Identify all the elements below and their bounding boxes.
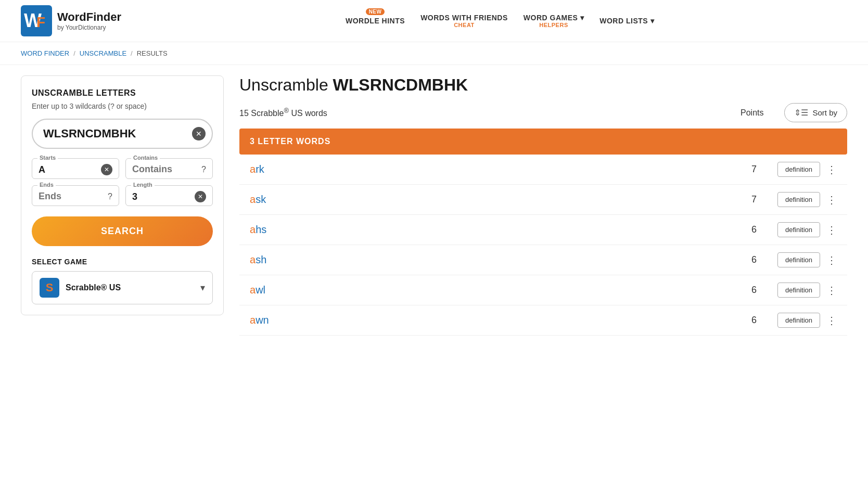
- word-cell: ash: [250, 254, 705, 266]
- search-button[interactable]: SEARCH: [32, 216, 213, 246]
- definition-button[interactable]: definition: [777, 252, 820, 267]
- table-row: ahs 6 definition ⋮: [239, 215, 847, 245]
- nav-words-with-friends[interactable]: WORDS WITH FRIENDS CHEAT: [420, 14, 508, 28]
- word-cell: ahs: [250, 224, 705, 236]
- length-field: Length ✕: [125, 185, 213, 206]
- sidebar-title: UNSCRAMBLE LETTERS: [32, 88, 213, 98]
- word-cell: ask: [250, 194, 705, 206]
- game-icon-letter: S: [46, 281, 54, 294]
- nav-wwf-label: WORDS WITH FRIENDS: [420, 14, 508, 22]
- word-rest: sh: [256, 254, 266, 265]
- word-cell: awn: [250, 314, 705, 326]
- results-title: Unscramble WLSRNCDMBHK: [239, 75, 847, 95]
- table-row: awn 6 definition ⋮: [239, 305, 847, 336]
- breadcrumb-unscramble[interactable]: UNSCRAMBLE: [80, 49, 126, 57]
- filter-row-1: Starts ✕ Contains ?: [32, 158, 213, 179]
- ends-label: Ends: [37, 182, 56, 188]
- letters-input[interactable]: [32, 119, 213, 149]
- chevron-down-icon: ▾: [200, 282, 205, 293]
- table-row: awl 6 definition ⋮: [239, 275, 847, 305]
- points-header: Points: [711, 108, 763, 118]
- sidebar-subtitle: Enter up to 3 wildcards (? or space): [32, 102, 213, 110]
- results-count: 15 Scrabble® US words: [239, 107, 711, 118]
- svg-text:F: F: [36, 14, 45, 30]
- main-layout: UNSCRAMBLE LETTERS Enter up to 3 wildcar…: [0, 65, 868, 346]
- more-options-button[interactable]: ⋮: [826, 163, 837, 176]
- results-letters: WLSRNCDMBHK: [333, 75, 468, 94]
- definition-button[interactable]: definition: [777, 222, 820, 237]
- definition-button[interactable]: definition: [777, 162, 820, 177]
- table-row: ash 6 definition ⋮: [239, 245, 847, 275]
- logo-icon: W F: [21, 5, 52, 36]
- more-options-button[interactable]: ⋮: [826, 224, 837, 236]
- new-badge: NEW: [366, 8, 385, 15]
- word-rest: sk: [256, 194, 266, 205]
- results-area: Unscramble WLSRNCDMBHK 15 Scrabble® US w…: [239, 75, 847, 336]
- site-header: W F WordFinder by YourDictionary NEW WOR…: [0, 0, 868, 42]
- word-first-letter: a: [250, 224, 256, 235]
- letters-input-wrap: ✕: [32, 119, 213, 149]
- word-rest: rk: [256, 163, 264, 175]
- points-cell: 7: [705, 164, 757, 175]
- ends-input[interactable]: [39, 191, 98, 202]
- logo-link[interactable]: W F WordFinder by YourDictionary: [21, 5, 121, 36]
- more-options-button[interactable]: ⋮: [826, 194, 837, 206]
- nav-word-games-label: WORD GAMES ▾: [524, 14, 584, 22]
- word-cell: awl: [250, 284, 705, 296]
- word-first-letter: a: [250, 194, 256, 205]
- breadcrumb: WORD FINDER / UNSCRAMBLE / RESULTS: [0, 42, 868, 65]
- sidebar: UNSCRAMBLE LETTERS Enter up to 3 wildcar…: [21, 75, 224, 315]
- sort-icon: ⇕☰: [794, 108, 808, 118]
- nav-word-lists[interactable]: WORD LISTS ▾: [599, 17, 654, 25]
- length-label: Length: [131, 182, 155, 188]
- definition-button[interactable]: definition: [777, 283, 820, 298]
- word-rest: wl: [256, 284, 265, 296]
- starts-clear-button[interactable]: ✕: [101, 164, 112, 175]
- length-clear-button[interactable]: ✕: [195, 191, 206, 202]
- logo-sub-text: by YourDictionary: [57, 24, 121, 31]
- starts-field: Starts ✕: [32, 158, 119, 179]
- table-row: ask 7 definition ⋮: [239, 185, 847, 215]
- nav-wwf-sub: CHEAT: [454, 22, 475, 28]
- nav-wordle-hints[interactable]: NEW WORDLE HINTS: [346, 17, 405, 25]
- length-input[interactable]: [132, 191, 192, 202]
- breadcrumb-sep-1: /: [73, 49, 75, 57]
- contains-help-button[interactable]: ?: [201, 165, 206, 174]
- game-label: Scrabble® US: [66, 283, 194, 292]
- contains-input[interactable]: [132, 164, 192, 175]
- word-list: ark 7 definition ⋮ ask 7 definition ⋮ ah…: [239, 155, 847, 336]
- more-options-button[interactable]: ⋮: [826, 314, 837, 327]
- filter-row-2: Ends ? Length ✕: [32, 185, 213, 206]
- results-meta: 15 Scrabble® US words Points ⇕☰ Sort by: [239, 103, 847, 122]
- word-first-letter: a: [250, 254, 256, 265]
- main-nav: NEW WORDLE HINTS WORDS WITH FRIENDS CHEA…: [152, 14, 847, 28]
- select-game-title: SELECT GAME: [32, 258, 213, 266]
- nav-word-games-sub: HELPERS: [539, 22, 568, 28]
- definition-button[interactable]: definition: [777, 192, 820, 207]
- word-first-letter: a: [250, 284, 256, 296]
- word-cell: ark: [250, 163, 705, 175]
- nav-wordle-hints-label: WORDLE HINTS: [346, 17, 405, 25]
- nav-word-games[interactable]: WORD GAMES ▾ HELPERS: [524, 14, 584, 28]
- definition-button[interactable]: definition: [777, 313, 820, 328]
- breadcrumb-word-finder[interactable]: WORD FINDER: [21, 49, 69, 57]
- sort-label: Sort by: [812, 108, 837, 117]
- sort-button[interactable]: ⇕☰ Sort by: [784, 103, 847, 122]
- letters-clear-button[interactable]: ✕: [192, 127, 206, 140]
- starts-input[interactable]: [39, 164, 98, 175]
- ends-field: Ends ?: [32, 185, 119, 206]
- nav-word-lists-label: WORD LISTS ▾: [599, 17, 654, 25]
- breadcrumb-sep-2: /: [131, 49, 133, 57]
- game-icon: S: [40, 278, 59, 298]
- more-options-button[interactable]: ⋮: [826, 254, 837, 266]
- points-cell: 6: [705, 254, 757, 265]
- game-dropdown[interactable]: S Scrabble® US ▾: [32, 271, 213, 304]
- points-cell: 6: [705, 315, 757, 326]
- table-row: ark 7 definition ⋮: [239, 155, 847, 185]
- more-options-button[interactable]: ⋮: [826, 284, 837, 297]
- points-cell: 6: [705, 285, 757, 296]
- logo-brand-name: WordFinder: [57, 10, 121, 24]
- ends-help-button[interactable]: ?: [108, 192, 112, 201]
- word-rest: wn: [256, 314, 269, 326]
- word-rest: hs: [256, 224, 266, 235]
